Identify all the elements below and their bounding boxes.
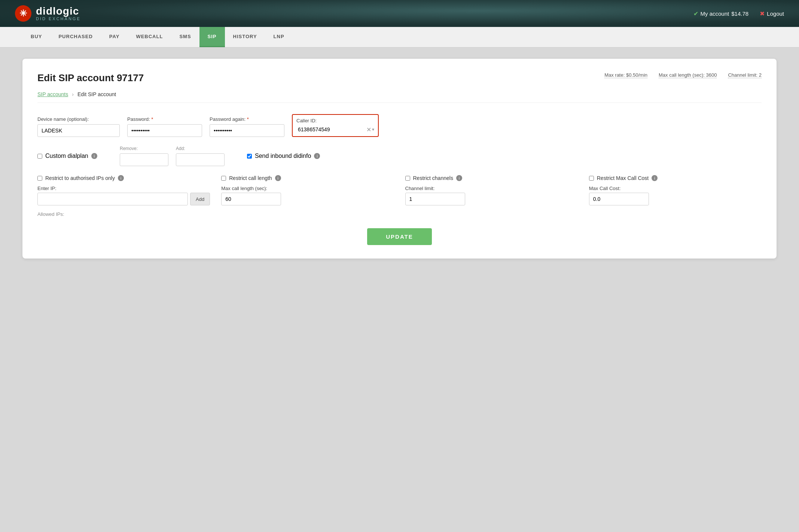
- logo-area: ✳ didlogic DID EXCHANGE: [15, 5, 81, 22]
- password-again-input[interactable]: [210, 124, 284, 137]
- dialplan-row: Custom dialplan i Remove: Add: Send inbo…: [37, 146, 762, 166]
- logo-icon: ✳: [15, 5, 31, 22]
- custom-dialplan-label: Custom dialplan: [45, 153, 88, 159]
- main-content: Edit SIP account 97177 Max rate: $0.50/m…: [0, 48, 799, 270]
- device-name-input[interactable]: [37, 124, 120, 137]
- add-ip-button[interactable]: Add: [190, 193, 210, 205]
- channel-limit-input[interactable]: [405, 193, 465, 205]
- ip-input[interactable]: [37, 193, 188, 205]
- restrict-ip-checkbox[interactable]: [37, 176, 42, 181]
- restrict-max-cost-info-icon[interactable]: i: [652, 175, 658, 181]
- password-group: Password: *: [127, 116, 202, 137]
- max-call-length-group: Max call length (sec):: [221, 186, 394, 205]
- caller-id-group: Caller ID: ✕ ▾: [292, 114, 379, 137]
- restrict-channels-checkbox[interactable]: [405, 176, 410, 181]
- restrict-ip-header: Restrict to authorised IPs only i: [37, 175, 210, 181]
- nav-item-sip[interactable]: SIP: [199, 27, 225, 47]
- channel-limit-group: Channel limit:: [405, 186, 578, 205]
- restrict-ip-info-icon[interactable]: i: [118, 175, 124, 181]
- restrict-channels-info-icon[interactable]: i: [456, 175, 462, 181]
- allowed-ips-label: Allowed IPs:: [37, 211, 210, 217]
- x-icon: ✖: [760, 10, 765, 17]
- caller-id-input[interactable]: [296, 126, 365, 133]
- header-right: ✔ My account $14.78 ✖ Logout: [693, 10, 784, 17]
- caller-id-label: Caller ID:: [296, 118, 374, 123]
- nav-item-history[interactable]: HISTORY: [225, 27, 265, 47]
- enter-ip-group: Enter IP: Add: [37, 186, 210, 205]
- restrict-max-cost-checkbox[interactable]: [589, 176, 594, 181]
- card: Edit SIP account 97177 Max rate: $0.50/m…: [22, 59, 777, 259]
- max-call-cost-label: Max Call Cost:: [589, 186, 762, 191]
- password-input[interactable]: [127, 124, 202, 137]
- nav-item-sms[interactable]: SMS: [171, 27, 199, 47]
- check-icon: ✔: [693, 10, 698, 17]
- meta-max-rate: Max rate: $0.50/min: [604, 72, 647, 78]
- send-inbound-info-icon[interactable]: i: [314, 153, 320, 159]
- caller-id-clear-icon[interactable]: ✕: [366, 126, 371, 133]
- caller-id-dropdown-icon[interactable]: ▾: [372, 127, 374, 132]
- restrict-ip-col: Restrict to authorised IPs only i Enter …: [37, 175, 210, 217]
- breadcrumb-sep: ›: [72, 91, 74, 97]
- remove-label: Remove:: [120, 146, 168, 151]
- password-label: Password: *: [127, 116, 202, 122]
- header: ✳ didlogic DID EXCHANGE ✔ My account $14…: [0, 0, 799, 27]
- breadcrumb: SIP accounts › Edit SIP account: [37, 91, 762, 103]
- restrict-channels-label: Restrict channels: [413, 175, 453, 181]
- max-call-cost-input[interactable]: [589, 193, 649, 205]
- breadcrumb-link[interactable]: SIP accounts: [37, 91, 68, 97]
- nav-bar: BUY PURCHASED PAY WEBCALL SMS SIP HISTOR…: [0, 27, 799, 48]
- logo-sub: DID EXCHANGE: [36, 16, 81, 21]
- logout-label: Logout: [767, 10, 784, 17]
- restrict-max-cost-col: Restrict Max Call Cost i Max Call Cost:: [589, 175, 762, 217]
- nav-item-lnp[interactable]: LNP: [265, 27, 293, 47]
- restrict-call-length-col: Restrict call length i Max call length (…: [221, 175, 394, 217]
- my-account[interactable]: ✔ My account $14.78: [693, 10, 749, 17]
- restrictions-grid: Restrict to authorised IPs only i Enter …: [37, 175, 762, 217]
- custom-dialplan-info-icon[interactable]: i: [91, 153, 97, 159]
- dialplan-left: Custom dialplan i: [37, 153, 112, 159]
- device-name-label: Device name (optional):: [37, 116, 120, 122]
- nav-item-pay[interactable]: PAY: [101, 27, 128, 47]
- restrict-call-length-header: Restrict call length i: [221, 175, 394, 181]
- meta-channel-limit: Channel limit: 2: [728, 72, 762, 78]
- page-title: Edit SIP account 97177: [37, 72, 144, 84]
- restrict-max-cost-label: Restrict Max Call Cost: [597, 175, 649, 181]
- meta-max-call-length: Max call length (sec): 3600: [659, 72, 717, 78]
- max-call-length-label: Max call length (sec):: [221, 186, 394, 191]
- ip-input-row: Add: [37, 193, 210, 205]
- breadcrumb-current: Edit SIP account: [77, 91, 116, 97]
- caller-id-input-wrap: ✕ ▾: [296, 126, 374, 133]
- restrict-ip-label: Restrict to authorised IPs only: [45, 175, 115, 181]
- password-again-label: Password again: *: [210, 116, 284, 122]
- device-name-group: Device name (optional):: [37, 116, 120, 137]
- account-balance: $14.78: [731, 10, 748, 17]
- dialplan-inputs: Remove: Add:: [120, 146, 225, 166]
- custom-dialplan-checkbox[interactable]: [37, 154, 42, 159]
- send-inbound-checkbox[interactable]: [247, 154, 252, 159]
- restrict-call-length-label: Restrict call length: [229, 175, 272, 181]
- nav-item-purchased[interactable]: PURCHASED: [50, 27, 101, 47]
- card-meta: Max rate: $0.50/min Max call length (sec…: [604, 72, 762, 78]
- enter-ip-label: Enter IP:: [37, 186, 210, 191]
- remove-input[interactable]: [120, 153, 168, 166]
- add-input[interactable]: [176, 153, 225, 166]
- max-call-length-input[interactable]: [221, 193, 281, 205]
- restrict-call-length-info-icon[interactable]: i: [275, 175, 281, 181]
- channel-limit-label: Channel limit:: [405, 186, 578, 191]
- restrict-max-cost-header: Restrict Max Call Cost i: [589, 175, 762, 181]
- form-row-1: Device name (optional): Password: * Pass…: [37, 114, 762, 137]
- password-again-group: Password again: *: [210, 116, 284, 137]
- send-inbound-group: Send inbound didinfo i: [247, 153, 320, 159]
- card-header: Edit SIP account 97177 Max rate: $0.50/m…: [37, 72, 762, 84]
- restrict-call-length-checkbox[interactable]: [221, 176, 226, 181]
- logout-button[interactable]: ✖ Logout: [760, 10, 784, 17]
- logo-text: didlogic DID EXCHANGE: [36, 6, 81, 21]
- restrict-channels-header: Restrict channels i: [405, 175, 578, 181]
- update-row: UPDATE: [37, 228, 762, 245]
- nav-item-webcall[interactable]: WEBCALL: [128, 27, 171, 47]
- remove-group: Remove:: [120, 146, 168, 166]
- max-call-cost-group: Max Call Cost:: [589, 186, 762, 205]
- nav-item-buy[interactable]: BUY: [22, 27, 50, 47]
- account-label: My account: [701, 10, 729, 17]
- update-button[interactable]: UPDATE: [367, 228, 432, 245]
